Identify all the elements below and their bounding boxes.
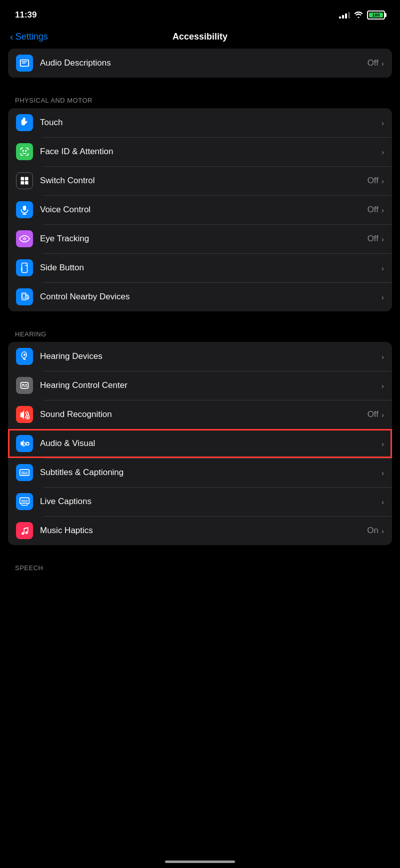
eye-tracking-value: Off [368, 234, 378, 244]
chevron-icon: › [382, 527, 384, 535]
list-item-audio-descriptions[interactable]: Audio Descriptions Off › [8, 49, 392, 78]
section-header-hearing: HEARING [0, 321, 400, 342]
chevron-icon: › [382, 410, 384, 419]
physical-motor-group: Touch › Face ID & Attention › [8, 108, 392, 311]
svg-rect-3 [21, 177, 24, 181]
wifi-icon [354, 11, 363, 20]
chevron-icon: › [382, 235, 384, 243]
section-header-physical-motor: PHYSICAL AND MOTOR [0, 88, 400, 108]
list-item-hearing-control-center[interactable]: Hearing Control Center › [8, 371, 392, 400]
switch-control-value: Off [368, 176, 378, 186]
svg-point-19 [24, 354, 26, 356]
list-item-audio-visual[interactable]: Audio & Visual › [8, 429, 392, 458]
live-captions-icon [16, 493, 33, 510]
signal-bars-icon [339, 12, 350, 19]
svg-rect-4 [25, 177, 28, 181]
sound-recognition-icon [16, 406, 33, 423]
music-haptics-label: Music Haptics [40, 526, 93, 536]
music-haptics-icon [16, 522, 33, 539]
switch-control-label: Switch Control [40, 176, 95, 186]
list-item-subtitles-captioning[interactable]: Subtitles & Captioning › [8, 458, 392, 487]
audio-descriptions-icon [16, 55, 33, 72]
back-button[interactable]: ‹ Settings [10, 31, 48, 43]
chevron-icon: › [382, 59, 384, 68]
status-bar: 11:39 100 [0, 0, 400, 27]
hearing-control-center-icon [16, 377, 33, 394]
hearing-control-center-label: Hearing Control Center [40, 380, 128, 390]
svg-rect-29 [20, 470, 30, 476]
live-captions-label: Live Captions [40, 497, 92, 507]
list-item-eye-tracking[interactable]: Eye Tracking Off › [8, 224, 392, 253]
hearing-group: Hearing Devices › Hearing Control Center… [8, 342, 392, 545]
list-item-voice-control[interactable]: Voice Control Off › [8, 195, 392, 224]
chevron-icon: › [382, 177, 384, 185]
chevron-icon: › [382, 264, 384, 272]
svg-line-38 [24, 528, 28, 529]
face-id-icon [16, 143, 33, 160]
list-item-touch[interactable]: Touch › [8, 108, 392, 137]
svg-point-18 [24, 299, 24, 300]
status-time: 11:39 [15, 10, 36, 20]
list-item-music-haptics[interactable]: Music Haptics On › [8, 516, 392, 545]
chevron-icon: › [382, 119, 384, 127]
list-item-side-button[interactable]: Side Button › [8, 253, 392, 282]
sound-recognition-label: Sound Recognition [40, 409, 112, 419]
chevron-icon: › [382, 293, 384, 301]
chevron-icon: › [382, 352, 384, 361]
chevron-icon: › [382, 206, 384, 214]
svg-point-1 [22, 150, 24, 151]
back-label: Settings [16, 32, 48, 42]
nav-bar: ‹ Settings Accessibility [0, 27, 400, 49]
side-button-icon [16, 259, 33, 276]
list-item-sound-recognition[interactable]: Sound Recognition Off › [8, 400, 392, 429]
subtitles-captioning-icon [16, 464, 33, 481]
hearing-devices-icon [16, 348, 33, 365]
audio-descriptions-value: Off [368, 58, 378, 68]
chevron-icon: › [382, 469, 384, 477]
audio-visual-icon [16, 435, 33, 452]
list-item-live-captions[interactable]: Live Captions › [8, 487, 392, 516]
switch-control-icon [16, 172, 33, 189]
control-nearby-devices-label: Control Nearby Devices [40, 292, 130, 302]
list-item-hearing-devices[interactable]: Hearing Devices › [8, 342, 392, 371]
svg-point-2 [26, 150, 26, 151]
chevron-icon: › [382, 498, 384, 506]
list-item-control-nearby-devices[interactable]: Control Nearby Devices › [8, 282, 392, 311]
control-nearby-devices-icon [16, 288, 33, 305]
battery-icon: 100 [367, 11, 385, 20]
face-id-label: Face ID & Attention [40, 147, 113, 157]
eye-tracking-icon [16, 230, 33, 247]
svg-rect-21 [22, 384, 24, 386]
audio-visual-label: Audio & Visual [40, 439, 95, 449]
status-icons: 100 [339, 11, 385, 20]
sound-recognition-value: Off [368, 409, 378, 419]
voice-control-label: Voice Control [40, 205, 90, 215]
section-header-speech: SPEECH [0, 555, 400, 576]
hearing-devices-label: Hearing Devices [40, 351, 102, 361]
svg-rect-17 [22, 294, 25, 298]
subtitles-captioning-label: Subtitles & Captioning [40, 468, 124, 478]
home-indicator [165, 860, 235, 863]
audio-descriptions-label: Audio Descriptions [40, 58, 111, 68]
svg-rect-7 [23, 206, 26, 211]
music-haptics-value: On [367, 526, 378, 536]
chevron-icon: › [382, 381, 384, 390]
svg-rect-6 [25, 181, 28, 185]
page-title: Accessibility [172, 32, 228, 42]
list-item-face-id-attention[interactable]: Face ID & Attention › [8, 137, 392, 166]
chevron-icon: › [382, 148, 384, 156]
side-button-label: Side Button [40, 263, 84, 273]
svg-rect-13 [22, 263, 28, 273]
eye-tracking-label: Eye Tracking [40, 234, 89, 244]
list-item-switch-control[interactable]: Switch Control Off › [8, 166, 392, 195]
svg-rect-20 [21, 382, 28, 388]
touch-icon [16, 114, 33, 131]
svg-rect-22 [26, 384, 27, 386]
top-settings-group: Audio Descriptions Off › [8, 49, 392, 78]
svg-rect-5 [21, 181, 24, 185]
svg-point-12 [24, 238, 24, 238]
back-chevron-icon: ‹ [10, 31, 14, 43]
svg-rect-32 [20, 498, 30, 504]
touch-label: Touch [40, 118, 62, 128]
voice-control-icon [16, 201, 33, 218]
